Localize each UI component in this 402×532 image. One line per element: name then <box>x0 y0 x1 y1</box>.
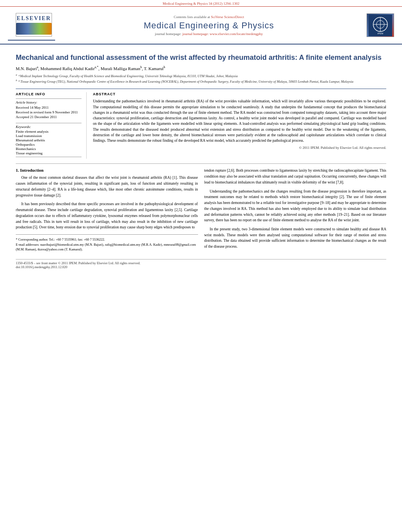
homepage-line: journal homepage: journal homepage: www.… <box>55 32 363 36</box>
citation-text: Medical Engineering & Physics 34 (2012) … <box>163 2 239 6</box>
keyword-5: Biomechanics <box>16 147 82 151</box>
intro-para2: It has been previously described that th… <box>16 201 198 230</box>
footnote-email: E-mail addresses: nazribajuri@biomedical… <box>16 242 198 252</box>
elsevier-brand: ELSEVIER <box>17 15 51 22</box>
email-label: E-mail addresses: <box>16 243 39 247</box>
keyword-2: Load transmission <box>16 134 82 138</box>
journal-title: Medical Engineering & Physics <box>55 20 363 31</box>
keywords-divider <box>16 123 82 123</box>
journal-center: Contents lists available at SciVerse Sci… <box>55 15 363 36</box>
intro-para1: One of the most common skeletal diseases… <box>16 175 198 198</box>
elsevier-logo-area: ELSEVIER <box>8 10 55 41</box>
authors-line: M.N. Bajuria, Mohammed Rafiq Abdul Kadir… <box>16 65 386 71</box>
keyword-3: Rheumatoid arthritis <box>16 138 82 142</box>
intro-para1-text: One of the most common skeletal diseases… <box>16 175 198 198</box>
sciverse-line: Contents lists available at SciVerse Sci… <box>55 15 363 19</box>
affiliation-b: b ᵇ Tissue Engineering Group (TEG), Nati… <box>16 79 386 84</box>
keywords-section: Keywords: Finite element analysis Load t… <box>16 123 82 155</box>
right-logo-area: IPEM <box>363 13 394 37</box>
journal-header: ELSEVIER Contents lists available at Sci… <box>0 7 402 44</box>
two-column-body: 1. Introduction One of the most common s… <box>16 163 386 252</box>
author-raman: Murali Malliga Raman <box>100 66 140 71</box>
article-info-panel: Article Info Article history: Received 1… <box>16 92 87 159</box>
keywords-label: Keywords: <box>16 125 82 129</box>
author-bajuri: M.N. Bajuri <box>16 66 37 71</box>
right-column: tendon rupture [2,6]. Both processes con… <box>204 168 387 252</box>
col2-para3-text: In the present study, two 3-dimensional … <box>204 226 387 250</box>
keyword-4: Orthopaedics <box>16 143 82 146</box>
abstract-text: Understanding the pathomechanics involve… <box>93 98 386 143</box>
email-values: nazribajuri@biomedical.utm.my (M.N. Baju… <box>16 243 196 252</box>
affiliation-a: a ᵃ Medical Implant Technology Group, Fa… <box>16 73 386 79</box>
footnote-corresponding: * Corresponding author. Tel.: +60 7 5535… <box>16 237 198 242</box>
received-date: Received 14 May 2011 <box>16 106 82 109</box>
abstract-panel: Abstract Understanding the pathomechanic… <box>93 92 386 159</box>
left-column: 1. Introduction One of the most common s… <box>16 168 198 252</box>
abstract-heading: Abstract <box>93 92 386 96</box>
author-kadir: Mohammed Rafiq Abdul Kadir <box>41 66 95 71</box>
col2-para2: Understanding the pathomechanics and the… <box>204 189 387 223</box>
author-kamarul: T. Kamarul <box>144 66 164 71</box>
affiliations: a ᵃ Medical Implant Technology Group, Fa… <box>16 73 386 84</box>
copyright-line: © 2011 IPEM. Published by Elsevier Ltd. … <box>93 146 386 150</box>
accepted-date: Accepted 21 December 2011 <box>16 115 82 119</box>
info-divider-top <box>16 98 82 99</box>
col2-para3: In the present study, two 3-dimensional … <box>204 226 387 250</box>
intro-para2-text: It has been previously described that th… <box>16 201 198 230</box>
info-divider-bottom <box>16 157 82 157</box>
keyword-1: Finite element analysis <box>16 130 82 133</box>
col2-para1: tendon rupture [2,6]. Both processes con… <box>204 168 387 185</box>
elsevier-box: ELSEVIER <box>16 13 52 37</box>
sciverse-link[interactable]: SciVerse ScienceDirect <box>211 15 244 19</box>
top-citation-bar: Medical Engineering & Physics 34 (2012) … <box>0 0 402 7</box>
received-revised-date: Received in revised form 9 November 2011 <box>16 110 82 114</box>
journal-homepage-link[interactable]: journal homepage: www.elsevier.com/locat… <box>182 32 263 36</box>
article-body-section: Article Info Article history: Received 1… <box>16 89 386 159</box>
paper-title: Mechanical and functional assessment of … <box>16 53 386 62</box>
footnotes-section: * Corresponding author. Tel.: +60 7 5535… <box>16 234 198 252</box>
doi-line: doi:10.1016/j.medengphy.2011.12.020 <box>16 265 386 269</box>
col2-para2-text: Understanding the pathomechanics and the… <box>204 189 387 223</box>
history-label: Article history: <box>16 100 82 104</box>
elsevier-stripe <box>16 23 52 35</box>
bottom-bar: 1350-4533/$ – see front matter © 2011 IP… <box>16 259 386 269</box>
keyword-6: Tissue engineering <box>16 151 82 155</box>
col2-para1-text: tendon rupture [2,6]. Both processes con… <box>204 169 387 184</box>
main-content: Mechanical and functional assessment of … <box>0 44 402 277</box>
issn-line: 1350-4533/$ – see front matter © 2011 IP… <box>16 261 386 265</box>
intro-heading: 1. Introduction <box>16 168 198 172</box>
article-info-heading: Article Info <box>16 92 82 96</box>
svg-text:IPEM: IPEM <box>378 32 383 35</box>
right-logo-box: IPEM <box>367 13 394 37</box>
